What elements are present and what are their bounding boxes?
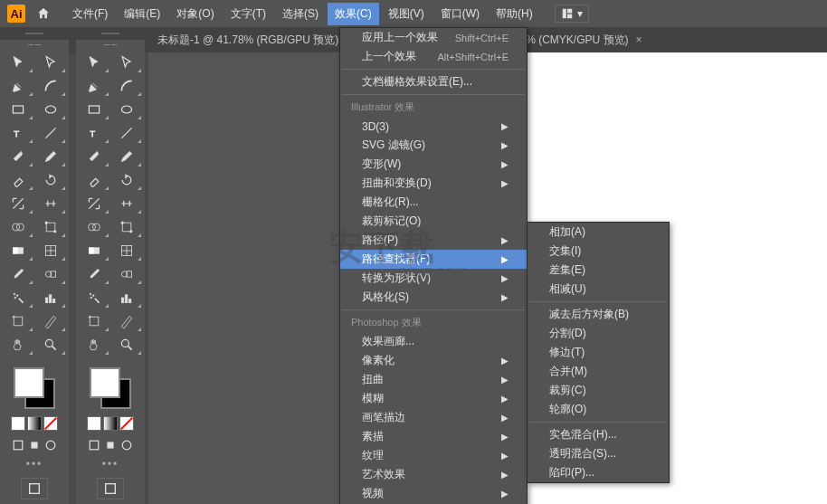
draw-normal-icon[interactable] [11,438,25,452]
color-mode[interactable] [11,416,25,431]
menu-item[interactable]: 风格化(S)▶ [340,288,527,307]
slice-tool[interactable] [110,309,143,333]
menu-item[interactable]: 修边(T) [528,343,669,362]
panel-grip[interactable] [76,40,145,49]
none-mode[interactable] [119,416,134,431]
curvature-tool[interactable] [34,74,67,98]
artboard-tool[interactable] [78,309,110,333]
menu-w[interactable]: 窗口(W) [433,3,487,25]
menu-item[interactable]: 艺术效果▶ [340,465,527,484]
gradient-mode[interactable] [27,416,42,431]
menu-item[interactable]: 上一个效果Alt+Shift+Ctrl+E [340,47,527,66]
panel-tab[interactable] [0,27,69,40]
menu-item[interactable]: 陷印(P)... [528,463,669,482]
column-graph-tool[interactable] [110,286,143,309]
menu-item[interactable]: 栅格化(R)... [340,193,527,212]
menu-f[interactable]: 文件(F) [65,3,115,25]
menu-item[interactable]: 效果画廊... [340,332,527,351]
line-tool[interactable] [110,121,143,145]
menu-s[interactable]: 选择(S) [275,3,326,25]
gradient-mode[interactable] [103,416,118,431]
menu-item[interactable]: 差集(E) [528,261,669,280]
draw-inside-icon[interactable] [119,438,134,452]
gradient-tool[interactable] [2,239,34,262]
gradient-tool[interactable] [78,239,110,262]
menu-item[interactable]: 文档栅格效果设置(E)... [340,72,527,91]
eraser-tool[interactable] [78,168,110,192]
menu-item[interactable]: 3D(3)▶ [340,117,527,136]
draw-inside-icon[interactable] [43,438,58,452]
slice-tool[interactable] [34,309,67,333]
selection-tool[interactable] [2,51,34,74]
menu-item[interactable]: 减去后方对象(B) [528,305,669,324]
line-tool[interactable] [34,121,67,145]
workspace-switcher[interactable]: ▾ [555,5,589,23]
menu-item[interactable]: 纹理▶ [340,446,527,465]
color-mode[interactable] [87,416,101,431]
symbol-sprayer-tool[interactable] [2,286,34,309]
column-graph-tool[interactable] [34,286,67,309]
fill-stroke-swatch[interactable] [90,367,131,409]
menu-item[interactable]: 路径查找器(F)▶ [340,250,527,269]
hand-tool[interactable] [78,333,110,357]
edit-toolbar-button[interactable] [97,478,124,499]
width-tool[interactable] [110,192,143,215]
mesh-tool[interactable] [34,239,67,262]
menu-item[interactable]: 路径(P)▶ [340,231,527,250]
pencil-tool[interactable] [34,145,67,168]
menu-e[interactable]: 编辑(E) [117,3,167,25]
panel-grip[interactable] [0,40,69,49]
rectangle-tool[interactable] [78,98,110,121]
ellipse-tool[interactable] [34,98,67,121]
rectangle-tool[interactable] [2,98,34,121]
menu-o[interactable]: 对象(O) [169,3,221,25]
menu-item[interactable]: 素描▶ [340,427,527,446]
paintbrush-tool[interactable] [2,145,34,168]
blend-tool[interactable] [34,262,67,286]
menu-item[interactable]: 模糊▶ [340,389,527,408]
menu-item[interactable]: 变形(W)▶ [340,155,527,174]
menu-item[interactable]: 分割(D) [528,324,669,343]
menu-item[interactable]: 合并(M) [528,362,669,381]
zoom-tool[interactable] [110,333,143,357]
paintbrush-tool[interactable] [78,145,110,168]
blend-tool[interactable] [110,262,143,286]
menu-item[interactable]: 应用上一个效果Shift+Ctrl+E [340,28,527,47]
menu-item[interactable]: 实色混合(H)... [528,425,669,444]
menu-c[interactable]: 效果(C) [328,3,379,25]
pencil-tool[interactable] [110,145,143,168]
menu-item[interactable]: 相减(U) [528,280,669,299]
edit-toolbar-button[interactable] [21,478,48,499]
menu-item[interactable]: 像素化▶ [340,351,527,370]
more-tools[interactable]: ••• [5,458,63,471]
direct-selection-tool[interactable] [110,51,143,74]
pen-tool[interactable] [78,74,110,98]
hand-tool[interactable] [2,333,34,357]
close-icon[interactable]: × [636,33,642,46]
scale-tool[interactable] [78,192,110,215]
type-tool[interactable]: T [2,121,34,145]
pen-tool[interactable] [2,74,34,98]
direct-selection-tool[interactable] [34,51,67,74]
eyedropper-tool[interactable] [78,262,110,286]
free-transform-tool[interactable] [110,215,143,239]
panel-tab[interactable] [76,27,145,40]
fill-color[interactable] [14,367,44,398]
draw-normal-icon[interactable] [87,438,101,452]
menu-item[interactable]: 转换为形状(V)▶ [340,269,527,288]
rotate-tool[interactable] [110,168,143,192]
home-icon[interactable] [36,6,51,21]
shape-builder-tool[interactable] [78,215,110,239]
draw-behind-icon[interactable] [103,438,118,452]
symbol-sprayer-tool[interactable] [78,286,110,309]
eyedropper-tool[interactable] [2,262,34,286]
menu-v[interactable]: 视图(V) [381,3,432,25]
scale-tool[interactable] [2,192,34,215]
shape-builder-tool[interactable] [2,215,34,239]
type-tool[interactable]: T [78,121,110,145]
artboard-tool[interactable] [2,309,34,333]
selection-tool[interactable] [78,51,110,74]
fill-color[interactable] [90,367,120,398]
menu-item[interactable]: 裁剪标记(O) [340,212,527,231]
fill-stroke-swatch[interactable] [14,367,55,409]
